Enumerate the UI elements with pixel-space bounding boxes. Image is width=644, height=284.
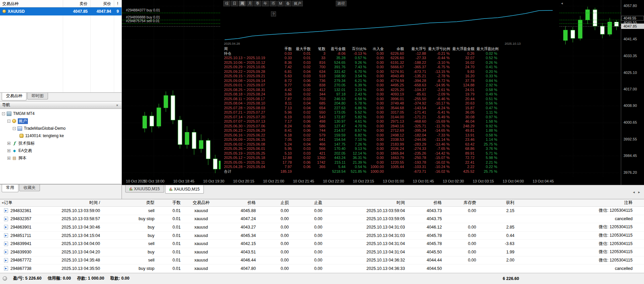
- report-cell: 4225.20: [386, 88, 406, 92]
- expand-box-icon[interactable]: +: [7, 149, 10, 152]
- report-toolbar-button[interactable]: M: [277, 1, 284, 6]
- report-cell: 2025.07.07 ~ 2025.07.13: [223, 119, 277, 124]
- report-toolbar-button[interactable]: 综: [223, 1, 230, 6]
- buy-price: 4047.94: [90, 7, 114, 15]
- collapse-box-icon[interactable]: -: [2, 112, 5, 115]
- open-time-cell: 2025.10.13 04:04:20: [50, 250, 103, 254]
- report-cell: 0.00: [368, 83, 386, 88]
- report-cell: 412: [313, 88, 327, 92]
- terminal-col-header[interactable]: 时间: [326, 200, 408, 206]
- tab-common[interactable]: 常用: [2, 185, 18, 192]
- time-axis[interactable]: 10 Oct 202510 Oct 18:0010 Oct 18:4510 Oc…: [122, 177, 621, 185]
- terminal-col-header[interactable]: 止盈: [292, 200, 326, 206]
- order-row[interactable]: 2948677722025.10.13 04:35:48sell0.01xauu…: [0, 256, 644, 265]
- report-cell: 6.82 %: [348, 133, 368, 138]
- order-row[interactable]: 2948399302025.10.13 04:04:20buy0.01xauus…: [0, 248, 644, 256]
- nav-item-demo-server[interactable]: - TradeMaxGlobal-Demo: [0, 125, 122, 132]
- tab-symbols[interactable]: 交易品种: [2, 93, 27, 100]
- report-cell: 344: [313, 92, 327, 97]
- collapse-box-icon[interactable]: -: [13, 127, 16, 130]
- collapse-box-icon[interactable]: -: [7, 120, 10, 123]
- terminal-col-header[interactable]: 止损: [259, 200, 292, 206]
- report-cell: 68.86: [452, 147, 476, 151]
- report-cell: 12.14 %: [348, 151, 368, 156]
- tab-scroll-left-icon[interactable]: ◄: [632, 191, 635, 194]
- terminal-col-header[interactable]: 订单: [0, 200, 50, 206]
- expand-box-icon[interactable]: +: [7, 157, 10, 160]
- terminal-col-header[interactable]: 类型: [103, 200, 158, 206]
- report-table-row: 2025.06.09 ~ 2025.06.157.050.02641154.54…: [223, 137, 499, 142]
- terminal-col-header[interactable]: 时间 /: [50, 200, 103, 206]
- report-table-row: 2025.07.28 ~ 2025.08.037.130.04654227.63…: [223, 106, 499, 111]
- order-row[interactable]: 2948399412025.10.13 04:04:00sell0.01xauu…: [0, 240, 644, 248]
- report-toolbar-button[interactable]: 币: [270, 1, 277, 6]
- chart-tab-2[interactable]: XAUUSD,M15: [165, 185, 204, 194]
- time-axis-label: 10 Oct 23:15: [353, 179, 374, 183]
- report-toolbar-button[interactable]: 日: [231, 1, 238, 6]
- order-row[interactable]: 2948517112025.10.13 04:15:04buy0.01xauus…: [0, 232, 644, 240]
- report-toolbar-button[interactable]: 备: [284, 1, 291, 6]
- report-cell: 0.02: [294, 92, 313, 97]
- nav-item-indicators[interactable]: + ƒ 技术指标: [0, 139, 122, 147]
- panel-collapse-icon[interactable]: ◄: [1, 201, 4, 204]
- close-icon[interactable]: ×: [115, 103, 120, 107]
- report-cell: -274.33: [406, 147, 428, 151]
- report-cell: 7.43 %: [348, 65, 368, 70]
- report-cell: 25.75 %: [476, 142, 499, 147]
- terminal-col-header[interactable]: 获利: [479, 200, 518, 206]
- terminal-col-header[interactable]: 价格: [408, 200, 445, 206]
- order-arrow-icon: [5, 268, 7, 270]
- report-cell: 9.13 %: [348, 147, 368, 151]
- report-cell: 2025.08.18 ~ 2025.08.24: [223, 92, 277, 97]
- report-cell: 0.02: [294, 65, 313, 70]
- price-axis[interactable]: 4057.804049.554041.454033.354025.104017.…: [621, 0, 644, 185]
- tab-favorites[interactable]: 收藏夹: [19, 185, 40, 191]
- terminal-col-header[interactable]: 价格: [222, 200, 259, 206]
- report-cell: -171.21: [406, 115, 428, 120]
- order-row[interactable]: 2948323612025.10.13 03:59:00sell0.01xauu…: [0, 207, 644, 215]
- profit-cell: 2.85: [479, 225, 518, 230]
- report-cell: 72.72: [452, 156, 476, 160]
- order-row[interactable]: 2948323572025.10.13 03:58:57buy stop0.01…: [0, 215, 644, 224]
- report-toolbar-button[interactable]: 季: [254, 1, 261, 6]
- order-type-cell: buy: [103, 225, 158, 230]
- report-cell: 13.91: [452, 133, 476, 138]
- report-cell: -250.78: [406, 156, 428, 160]
- tab-scroll-right-icon[interactable]: ►: [638, 191, 641, 194]
- nav-item-server[interactable]: - TMGM MT4: [0, 110, 122, 117]
- report-cell: 5.98 %: [476, 156, 499, 160]
- market-watch-col-symbol[interactable]: 交易品种: [0, 0, 63, 7]
- terminal-col-header[interactable]: 注释: [518, 200, 644, 206]
- report-toolbar-button[interactable]: 年: [262, 1, 269, 6]
- report-cell: 15.87: [452, 106, 476, 111]
- nav-item-experts[interactable]: + ◆ EA交易: [0, 147, 122, 154]
- market-watch-col-sell[interactable]: 卖价: [63, 0, 90, 7]
- nav-item-scripts[interactable]: + ▤ 脚本: [0, 154, 122, 162]
- script-icon: ▤: [12, 156, 17, 160]
- nav-item-accounts[interactable]: - 账户: [0, 117, 122, 125]
- report-cell: 7.10 %: [348, 137, 368, 142]
- chart-canvas[interactable]: #294884377 buy 0.01#294899888 buy 0.01#2…: [122, 0, 644, 185]
- report-toolbar-button[interactable]: 账户: [292, 1, 303, 6]
- symbol-cell: xauusd: [184, 216, 222, 221]
- report-toolbar-button[interactable]: 月: [246, 1, 254, 6]
- market-watch-row[interactable]: XAUUSD4047.854047.949: [0, 7, 122, 15]
- market-watch-col-buy[interactable]: 买价: [90, 0, 114, 7]
- report-cell: 214.57: [327, 128, 348, 133]
- profit-cell: 1.99: [479, 250, 518, 254]
- report-path-button[interactable]: 路径: [336, 1, 347, 6]
- terminal-col-header[interactable]: 库存费: [445, 200, 479, 206]
- terminal-col-header[interactable]: 手数: [158, 200, 184, 206]
- order-row[interactable]: 2948677382025.10.13 04:35:50buy stop0.01…: [0, 265, 644, 273]
- expand-box-icon[interactable]: +: [7, 142, 10, 145]
- report-toolbar-button[interactable]: 周: [239, 1, 246, 6]
- tab-tick-chart[interactable]: 即时图: [27, 93, 48, 99]
- terminal-col-header[interactable]: 交易品种: [184, 200, 222, 206]
- open-time-cell: 2025.10.13 04:04:00: [50, 241, 103, 246]
- chart-tab-1[interactable]: XAUUSD,M15: [125, 185, 164, 193]
- swap-cell: 0.00: [445, 250, 479, 254]
- order-arrow-icon: [5, 226, 7, 228]
- order-row[interactable]: 2948639012025.10.13 04:30:46buy0.01xauus…: [0, 223, 644, 232]
- nav-item-account[interactable]: 1140014: tengteng ke: [0, 132, 122, 139]
- market-watch-col-alert[interactable]: !: [114, 0, 122, 7]
